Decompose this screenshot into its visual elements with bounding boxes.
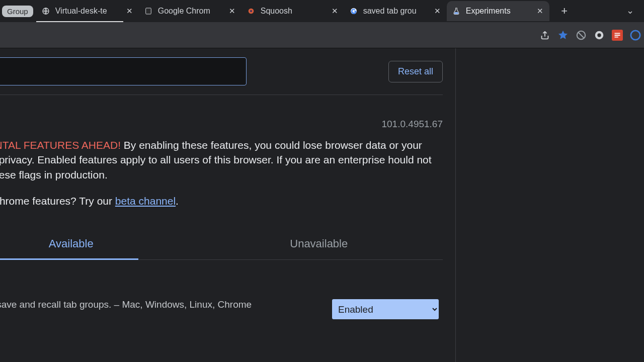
flag-hash-link[interactable]: save xyxy=(0,338,269,349)
globe-icon xyxy=(41,7,50,16)
new-tab-button[interactable]: + xyxy=(556,3,573,19)
browser-toolbar xyxy=(0,22,644,48)
share-icon[interactable] xyxy=(539,30,550,41)
beta-suffix: . xyxy=(176,195,179,207)
extension-circle-icon[interactable] xyxy=(630,30,641,41)
tab-title: saved tab grou xyxy=(363,7,431,16)
chrome-version: 101.0.4951.67 xyxy=(381,119,443,130)
page-icon xyxy=(144,7,153,16)
page-content: Reset all nents 101.0.4951.67 XPERIMENTA… xyxy=(0,48,644,362)
svg-point-7 xyxy=(597,33,601,37)
close-tab-icon[interactable]: ✕ xyxy=(228,7,236,15)
google-icon xyxy=(349,7,358,16)
tab-strip: Group Virtual-desk-te ✕ Google Chrom ✕ S… xyxy=(0,0,644,22)
beta-line: cool new Chrome features? Try our beta c… xyxy=(0,195,443,207)
browser-tab[interactable]: Google Chrom ✕ xyxy=(139,1,242,21)
svg-rect-1 xyxy=(145,8,151,14)
flag-title: ave xyxy=(0,285,269,296)
close-tab-icon[interactable]: ✕ xyxy=(536,7,544,15)
star-filled-icon[interactable] xyxy=(557,30,569,41)
browser-tab[interactable]: Experiments ✕ xyxy=(447,1,549,21)
svg-point-3 xyxy=(250,10,252,12)
browser-tab[interactable]: Squoosh ✕ xyxy=(242,1,344,21)
no-sign-icon[interactable] xyxy=(576,30,587,41)
tab-group-chip[interactable]: Group xyxy=(2,6,33,17)
flag-state-select[interactable]: Enabled xyxy=(332,299,439,319)
tab-overflow-icon[interactable]: ⌄ xyxy=(626,5,634,16)
tab-unavailable[interactable]: Unavailable xyxy=(195,228,443,259)
beta-channel-link[interactable]: beta channel xyxy=(115,195,176,207)
search-row: Reset all xyxy=(0,48,443,95)
squoosh-icon xyxy=(247,7,256,16)
vertical-divider xyxy=(455,48,456,362)
warning-text: XPERIMENTAL FEATURES AHEAD! By enabling … xyxy=(0,138,443,182)
reset-all-button[interactable]: Reset all xyxy=(388,61,443,82)
tab-title: Virtual-desk-te xyxy=(55,7,123,16)
tab-title: Squoosh xyxy=(261,7,328,16)
extension-red-icon[interactable] xyxy=(612,30,623,41)
flag-description: to explicitly save and recall tab groups… xyxy=(0,299,269,321)
flask-icon xyxy=(452,7,461,16)
tab-available[interactable]: Available xyxy=(0,228,195,259)
close-tab-icon[interactable]: ✕ xyxy=(434,7,442,15)
browser-tab[interactable]: Virtual-desk-te ✕ xyxy=(36,1,139,21)
browser-tab[interactable]: saved tab grou ✕ xyxy=(344,1,447,21)
warning-lead: XPERIMENTAL FEATURES AHEAD! xyxy=(0,139,121,151)
tab-title: Google Chrom xyxy=(158,7,225,16)
flags-search-input[interactable] xyxy=(0,57,247,85)
svg-point-9 xyxy=(631,30,640,39)
tab-title: Experiments xyxy=(466,7,533,16)
beta-prefix: cool new Chrome features? Try our xyxy=(0,195,115,207)
flags-tab-bar: Available Unavailable xyxy=(0,228,443,260)
close-tab-icon[interactable]: ✕ xyxy=(331,7,339,15)
close-tab-icon[interactable]: ✕ xyxy=(126,7,134,15)
circle-icon[interactable] xyxy=(594,30,605,41)
flag-row: ave to explicitly save and recall tab gr… xyxy=(0,260,443,349)
